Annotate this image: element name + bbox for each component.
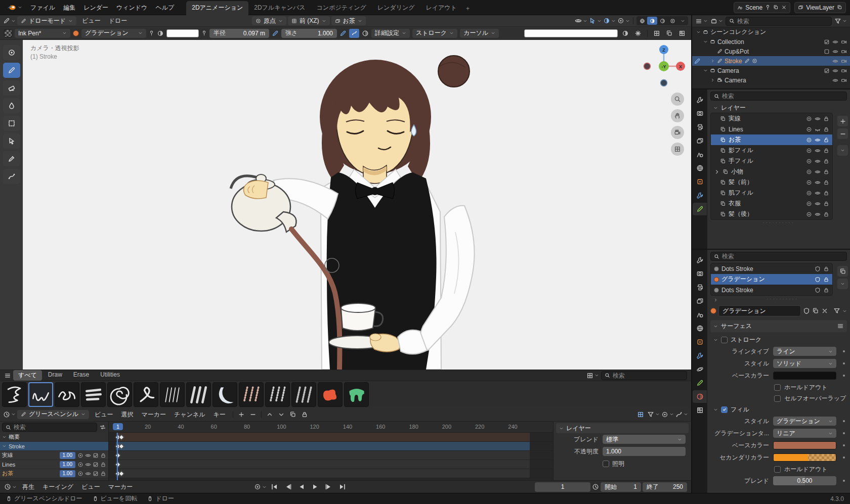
strength-slider[interactable]: 強さ 1.000 [281,29,337,38]
mask-visibility-dropdown[interactable] [575,16,587,25]
menu-編集[interactable]: 編集 [59,2,79,14]
viewlayer-tab[interactable] [693,134,707,147]
outliner-search[interactable] [726,17,832,26]
ink-pen-brush[interactable] [28,382,53,407]
blend-dropdown[interactable]: 標準 [603,435,686,444]
shading-material-button[interactable] [657,17,667,25]
opacity-slider[interactable]: 1.000 [603,447,686,456]
slot-specials-button[interactable] [837,266,848,277]
jump-start-button[interactable] [268,482,280,492]
pin-color-icon[interactable] [201,30,207,36]
play-button[interactable] [309,482,321,492]
shelf-tab-Draw[interactable]: Draw [43,370,67,381]
render-tab[interactable] [693,267,707,280]
shelf-tab-すべて[interactable]: すべて [13,370,42,381]
hide-eye-icon[interactable] [832,77,838,83]
shelf-search[interactable] [601,371,687,380]
gradient-type-dropdown[interactable]: リニア [773,429,836,438]
masking-toggle[interactable] [620,29,630,38]
scene-selector[interactable]: Scene [734,2,790,13]
frame-start-field[interactable]: 開始1 [601,482,641,492]
gp-layer-row[interactable]: お茶 [711,134,832,145]
gp-layer-row[interactable]: 小物 [711,166,832,177]
prev-keyframe-button[interactable] [282,482,294,492]
material-slot-row[interactable]: Dots Stroke [711,263,832,274]
stabilizer-toggle[interactable] [349,29,359,38]
tool-tab[interactable] [693,94,707,106]
frame-field[interactable]: 1 [535,482,590,492]
animate-dot[interactable] [843,432,845,434]
menu-ヘルプ[interactable]: ヘルプ [151,2,178,14]
radius-slider[interactable]: 半径 0.097 m [209,29,269,38]
grid-toggle-button[interactable] [671,143,684,156]
properties-search[interactable] [710,91,847,101]
advanced-settings-dropdown[interactable]: 詳細設定 [371,29,410,38]
scene-tab[interactable] [693,148,707,161]
stroke-panel-header[interactable]: ストローク [710,334,847,345]
editor-type-button[interactable] [3,410,16,419]
marker-brush[interactable] [81,382,106,407]
filter-dropdown[interactable] [834,17,847,26]
remove-keyframe-button[interactable] [248,410,258,419]
render-tab[interactable] [693,107,707,120]
menu-ファイル[interactable]: ファイル [26,2,59,14]
viewlayer-tab[interactable] [693,295,707,307]
dopesheet-menu-チャンネル[interactable]: チャンネル [170,408,209,421]
dopesheet-menu-マーカー[interactable]: マーカー [138,408,171,421]
gp-layer-row[interactable]: 衣服 [711,198,832,209]
animate-dot[interactable] [843,362,845,364]
proportional-dropdown[interactable] [661,410,674,419]
move-down-button[interactable] [276,410,286,419]
mode-dropdown[interactable]: ドローモード [17,16,76,25]
fake-user-icon[interactable] [803,307,810,314]
shelf-search-input[interactable] [613,372,673,379]
cursor-settings-dropdown[interactable]: カーソル [460,29,499,38]
gp-layer-row[interactable]: 髪（後） [711,209,832,219]
filter-icon[interactable] [833,307,840,314]
outliner-row[interactable]: Camera [692,66,850,75]
spiral-brush[interactable] [107,382,132,407]
render-visibility-icon[interactable] [841,77,847,83]
chevron-down-icon[interactable] [842,309,847,313]
material-dropdown[interactable]: グラデーション [81,29,146,38]
stipple-soft-brush[interactable] [239,382,264,407]
workspace-tab[interactable]: 2Dフルキャンバス [248,1,311,15]
flourish-brush[interactable] [134,382,158,407]
stroke-origin-dropdown[interactable]: 原点 [252,16,286,25]
editor-type-button[interactable] [3,16,16,25]
dopesheet-menu-選択[interactable]: 選択 [117,408,138,421]
pencil-scribble-brush[interactable] [2,382,27,407]
viewport[interactable]: カメラ・透視投影 (1) Stroke Z X -Y [0,40,691,370]
exclude-checkbox-icon[interactable] [824,68,830,74]
render-visibility-icon[interactable] [841,58,847,64]
channel-row[interactable]: Lines1.00 [0,460,108,469]
shading-wireframe-button[interactable] [637,17,647,25]
physics-tab[interactable] [693,363,707,376]
axis-negz[interactable] [661,80,667,86]
layers-section-header[interactable]: レイヤー [710,103,847,113]
gp-layer-row[interactable]: 影フィル [711,145,832,156]
render-visibility-icon[interactable] [841,39,847,45]
data-tab[interactable] [693,203,707,215]
render-visibility-icon[interactable] [841,68,847,74]
outliner-row[interactable]: シーンコレクション [692,27,850,37]
cursor-tool[interactable] [3,45,20,60]
material-slot-row[interactable]: グラデーション [711,274,832,285]
playback-menu-マーカー[interactable]: マーカー [104,481,137,493]
drawing-plane-dropdown[interactable]: 前 (XZ) [288,16,330,25]
dopesheet-menu-キー[interactable]: キー [209,408,230,421]
material-name-field[interactable]: グラデーション [718,305,801,316]
crescent-fill-brush[interactable] [212,382,237,407]
playhead[interactable] [117,433,118,480]
drip-fill-brush[interactable] [344,382,369,407]
zoom-button[interactable] [671,93,684,106]
collapsed-panel[interactable]: ·········· [710,296,847,304]
playback-menu-再生[interactable]: 再生 [18,481,38,493]
timeline-ruler[interactable]: 20406080100120140160180200220240 1 [109,422,553,433]
stroke-settings-dropdown[interactable]: ストローク [412,29,457,38]
fill-panel-header[interactable]: フィル [710,404,847,415]
guides-toggle[interactable] [677,29,687,38]
tool-tab[interactable] [693,254,707,266]
sidebar-toggle-button[interactable] [635,410,646,419]
active-layer-dropdown[interactable]: お茶 [331,16,366,25]
